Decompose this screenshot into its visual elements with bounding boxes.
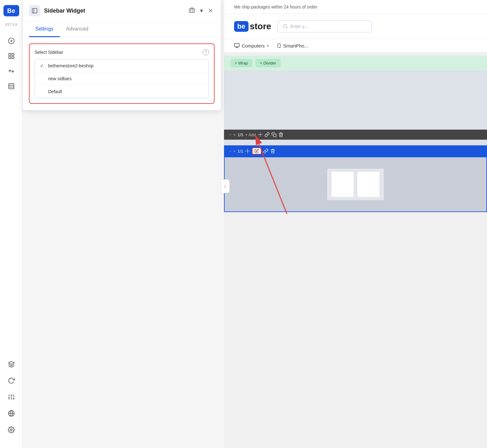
counter-outer: 1/5 xyxy=(238,132,243,137)
edit-icon-highlighted[interactable] xyxy=(252,148,261,154)
plus-outer[interactable]: + xyxy=(233,132,236,137)
option-label-bethemestore: bethemestore2-beshop xyxy=(48,63,93,68)
add-outer[interactable]: + Add xyxy=(245,132,256,137)
layout-button[interactable] xyxy=(4,79,18,93)
svg-rect-3 xyxy=(8,53,10,55)
panel-area: Sidebar Widget ▾ ✕ Settings Advanced xyxy=(23,0,224,448)
svg-point-37 xyxy=(247,151,248,152)
trash-icon-inner[interactable] xyxy=(270,148,275,154)
select-sidebar-container: Select Sidebar ? ✓ bethemestore2-beshop … xyxy=(29,43,215,104)
wrap-button[interactable]: + Wrap xyxy=(230,59,252,67)
store-header: be store Enter y... xyxy=(224,14,487,39)
white-block-2 xyxy=(357,172,379,197)
trash-icon-outer[interactable] xyxy=(278,132,283,137)
version-label: V27.3.9 xyxy=(5,23,17,26)
search-icon xyxy=(283,24,288,29)
svg-point-24 xyxy=(10,429,12,431)
svg-rect-9 xyxy=(8,84,14,89)
widget-dropdown-arrow[interactable]: ▾ xyxy=(199,6,204,15)
move-icon-outer[interactable] xyxy=(258,132,263,137)
computers-chevron: ∨ xyxy=(266,43,269,48)
widget-inner-preview xyxy=(327,169,384,200)
svg-line-29 xyxy=(286,27,287,28)
move-icon-inner[interactable] xyxy=(245,148,250,154)
smartphone-icon xyxy=(277,43,281,48)
brand-logo[interactable]: Be xyxy=(3,5,19,16)
checkmark-icon: ✓ xyxy=(40,63,45,68)
widget-panel: Sidebar Widget ▾ ✕ Settings Advanced xyxy=(23,0,221,110)
svg-rect-30 xyxy=(235,43,239,47)
bottom-icons xyxy=(4,357,18,443)
canvas-area: − + 1/5 + Add − + 1/1 xyxy=(224,70,487,212)
layers-button[interactable] xyxy=(4,357,18,371)
inner-control-bar: − + 1/1 xyxy=(224,145,487,157)
widget-preview-box xyxy=(224,157,487,212)
widget-content: Select Sidebar ? ✓ bethemestore2-beshop … xyxy=(23,37,221,110)
tab-advanced[interactable]: Advanced xyxy=(60,22,95,37)
minus-outer[interactable]: − xyxy=(229,132,232,137)
globe-button[interactable] xyxy=(4,406,18,420)
svg-rect-33 xyxy=(278,44,280,48)
copy-icon-outer[interactable] xyxy=(271,132,277,137)
grid-button[interactable] xyxy=(4,49,18,63)
help-icon[interactable]: ? xyxy=(203,49,209,55)
svg-rect-27 xyxy=(189,8,195,12)
store-nav: Computers ∨ SmartPho... xyxy=(224,39,487,53)
laptop-icon xyxy=(234,43,240,48)
counter-inner: 1/1 xyxy=(238,149,243,154)
widget-close-icon[interactable]: ✕ xyxy=(207,6,215,16)
option-label-new-sidbars: new sidbars xyxy=(48,76,72,81)
svg-rect-4 xyxy=(12,53,14,55)
widget-title: Sidebar Widget xyxy=(44,8,184,14)
store-logo: be store xyxy=(234,21,271,32)
divider-button[interactable]: + Divider xyxy=(255,59,281,67)
svg-marker-12 xyxy=(8,361,14,364)
collapse-panel-button[interactable]: ‹ xyxy=(221,179,230,193)
option-label-default: Default xyxy=(48,89,62,94)
search-placeholder: Enter y... xyxy=(290,24,308,29)
sort-button[interactable] xyxy=(4,64,18,78)
notification-bar: We ship packages within 24 hours of orde… xyxy=(224,0,487,14)
svg-rect-5 xyxy=(8,57,10,59)
refresh-button[interactable] xyxy=(4,374,18,388)
nav-smartphones[interactable]: SmartPho... xyxy=(277,43,308,48)
svg-rect-25 xyxy=(32,8,37,13)
widget-tabs: Settings Advanced xyxy=(23,22,221,37)
widget-header: Sidebar Widget ▾ ✕ xyxy=(23,0,221,22)
svg-rect-6 xyxy=(12,57,14,59)
gear-button[interactable] xyxy=(4,423,18,437)
widget-header-actions: ▾ ✕ xyxy=(188,6,215,16)
add-button[interactable] xyxy=(4,34,18,48)
link-icon-outer[interactable] xyxy=(265,132,270,137)
store-logo-be: be xyxy=(234,21,249,32)
svg-point-35 xyxy=(260,134,261,135)
outer-control-bar: − + 1/5 + Add xyxy=(224,130,487,140)
store-preview: We ship packages within 24 hours of orde… xyxy=(224,0,487,448)
sliders-button[interactable] xyxy=(4,390,18,404)
select-sidebar-text: Select Sidebar xyxy=(35,50,63,55)
builder-toolbar: + Wrap + Divider xyxy=(224,56,487,70)
select-sidebar-label: Select Sidebar ? xyxy=(35,49,209,55)
computers-label: Computers xyxy=(242,43,265,48)
store-logo-store: store xyxy=(250,21,271,31)
link-icon-inner[interactable] xyxy=(263,148,268,154)
dropdown-option-default[interactable]: ✓ Default xyxy=(35,85,209,98)
svg-rect-36 xyxy=(273,134,276,137)
white-block-1 xyxy=(332,172,354,197)
nav-computers[interactable]: Computers ∨ xyxy=(234,43,269,48)
sidebar-widget-icon xyxy=(29,5,40,16)
svg-point-28 xyxy=(283,25,287,28)
dropdown-list: ✓ bethemestore2-beshop ✓ new sidbars ✓ D… xyxy=(35,59,209,98)
icon-sidebar: Be V27.3.9 xyxy=(0,0,23,448)
dropdown-option-new-sidbars[interactable]: ✓ new sidbars xyxy=(35,72,209,85)
dropdown-option-bethemestore[interactable]: ✓ bethemestore2-beshop xyxy=(35,59,209,72)
tab-settings[interactable]: Settings xyxy=(29,22,60,37)
smartphones-label: SmartPho... xyxy=(283,43,308,48)
search-bar[interactable]: Enter y... xyxy=(277,20,372,32)
plus-inner[interactable]: + xyxy=(233,149,236,154)
widget-options-icon[interactable] xyxy=(188,6,196,16)
minus-inner[interactable]: − xyxy=(229,149,232,154)
